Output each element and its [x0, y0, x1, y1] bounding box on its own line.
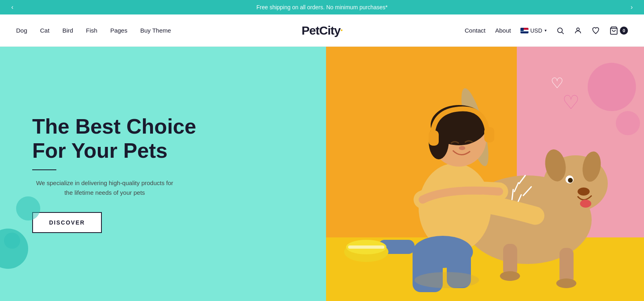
- svg-point-0: [557, 28, 562, 33]
- hero-scene-svg: [326, 47, 644, 301]
- announcement-text: Free shipping on all orders. No minimum …: [256, 4, 388, 10]
- nav-pages[interactable]: Pages: [110, 27, 128, 34]
- cart-count: 0: [620, 27, 628, 35]
- currency-selector[interactable]: USD ▾: [520, 27, 547, 34]
- svg-point-2: [577, 28, 580, 31]
- heart-decoration-1: ♡: [551, 75, 564, 92]
- svg-point-15: [500, 271, 520, 281]
- announcement-bar: ‹ Free shipping on all orders. No minimu…: [0, 0, 644, 14]
- search-button[interactable]: [556, 27, 564, 35]
- hero-title: The Best Choice For Your Pets: [32, 115, 294, 163]
- nav-contact[interactable]: Contact: [465, 27, 486, 34]
- cart-button[interactable]: 0: [609, 26, 628, 35]
- currency-label: USD: [530, 27, 542, 34]
- svg-point-9: [578, 188, 590, 196]
- heart-icon: [592, 27, 600, 35]
- hero-divider: [32, 169, 56, 170]
- nav-buy-theme[interactable]: Buy Theme: [140, 27, 171, 34]
- heart-decoration-2: ♡: [562, 91, 580, 113]
- account-button[interactable]: [574, 27, 582, 35]
- hero-cta-button[interactable]: DISCOVER: [32, 212, 102, 233]
- decor-circle-3: [4, 233, 20, 249]
- nav-about[interactable]: About: [495, 27, 511, 34]
- svg-rect-28: [484, 127, 494, 142]
- site-logo[interactable]: PetCity●: [301, 24, 342, 37]
- user-icon: [574, 27, 582, 35]
- currency-chevron-icon: ▾: [545, 28, 547, 33]
- announcement-next-button[interactable]: ›: [627, 2, 636, 12]
- svg-rect-13: [503, 244, 517, 276]
- hero-right-panel: ♡ ♡: [326, 47, 644, 301]
- nav-dog[interactable]: Dog: [16, 27, 27, 34]
- search-icon: [556, 27, 564, 35]
- flag-icon: [520, 28, 528, 33]
- wishlist-button[interactable]: [592, 27, 600, 35]
- left-nav: Dog Cat Bird Fish Pages Buy Theme: [16, 27, 171, 34]
- svg-point-36: [415, 272, 479, 288]
- nav-fish[interactable]: Fish: [86, 27, 97, 34]
- hero-section: The Best Choice For Your Pets We special…: [0, 47, 644, 301]
- hero-left-panel: The Best Choice For Your Pets We special…: [0, 47, 326, 301]
- hero-subtitle: We specialize in delivering high-quality…: [32, 178, 177, 198]
- site-header: Dog Cat Bird Fish Pages Buy Theme PetCit…: [0, 14, 644, 47]
- nav-cat[interactable]: Cat: [40, 27, 50, 34]
- svg-point-12: [580, 200, 591, 208]
- right-nav: Contact About USD ▾ 0: [465, 26, 628, 35]
- svg-point-16: [556, 278, 576, 288]
- cart-icon: [609, 26, 618, 35]
- decor-circle-2: [16, 196, 40, 221]
- nav-bird[interactable]: Bird: [62, 27, 73, 34]
- svg-line-1: [562, 32, 564, 34]
- svg-rect-35: [348, 245, 384, 249]
- svg-point-11: [568, 178, 573, 183]
- announcement-prev-button[interactable]: ‹: [8, 2, 17, 12]
- svg-point-26: [459, 146, 465, 150]
- svg-rect-27: [429, 130, 439, 146]
